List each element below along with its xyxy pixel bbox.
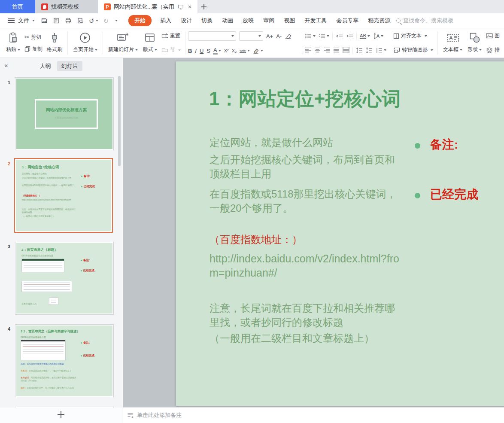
textbox-button[interactable]: 文本框 <box>440 30 465 56</box>
print-icon[interactable] <box>65 17 72 24</box>
underline-button[interactable]: U <box>200 48 203 54</box>
menu-tab-docer-resources[interactable]: 稻壳资源 <box>368 17 390 24</box>
slide-thumbnail-3[interactable]: 2：首页布局之（标题） DEDE模板的标题在后台修改位置 备注: 已经完成 首页… <box>15 242 114 315</box>
decrease-indent-icon[interactable] <box>336 33 343 39</box>
format-painter-label: 格式刷 <box>47 46 62 53</box>
slide-url-text[interactable]: http://index.baidu.com/v2/index.html?fro… <box>209 252 404 280</box>
layers-icon <box>486 47 493 53</box>
present-monitor-icon[interactable] <box>178 4 184 10</box>
tab-document[interactable]: P 网站内部优化...案（实用版） × <box>98 0 197 13</box>
align-center-icon[interactable] <box>314 47 321 53</box>
menu-tab-review[interactable]: 审阅 <box>263 17 274 24</box>
tab-home[interactable]: 首页 <box>0 0 35 13</box>
file-menu-button[interactable]: 文件 <box>18 17 35 24</box>
redo-icon[interactable]: ↻ <box>103 18 109 24</box>
layout-button[interactable]: 版式 <box>140 30 160 56</box>
subscript-button[interactable]: X₂ <box>232 48 237 53</box>
tab-docer-templates[interactable]: 找稻壳模板 <box>35 0 98 13</box>
distribute-icon[interactable] <box>343 47 349 53</box>
menu-tab-design[interactable]: 设计 <box>181 17 192 24</box>
close-tab-icon[interactable]: × <box>188 4 191 10</box>
slide-paragraph[interactable]: 注意，长尾词就在百度下拉和相关推荐哪里找，或者抄同行的修改标题 <box>209 301 398 329</box>
slide-title[interactable]: 1：网站定位+挖核心词 <box>209 86 401 112</box>
increase-font-button[interactable]: A+ <box>266 33 273 40</box>
slide-bullet-note[interactable]: 备注: <box>430 137 458 153</box>
thumb1-subtitle: 大家按自己的网站排查 <box>36 116 97 119</box>
phonetic-guide-button[interactable]: wén <box>240 49 250 53</box>
italic-button[interactable]: I <box>195 48 197 54</box>
slide-thumbnail-4[interactable]: 2.1：首页布局之（品牌与关键字与描述） DEDE的首页标题修改位置 备注: 已… <box>15 324 114 397</box>
text-direction-button[interactable]: A <box>373 33 383 39</box>
decrease-font-button[interactable]: A- <box>276 33 282 40</box>
reset-button[interactable]: 重置 <box>160 31 182 40</box>
slide-red-note[interactable]: （百度指数地址：） <box>209 232 398 246</box>
menu-tab-animation[interactable]: 动画 <box>222 17 233 24</box>
add-slide-button[interactable] <box>58 411 64 418</box>
copy-button[interactable]: 复制 <box>23 45 44 54</box>
font-size-select[interactable] <box>239 31 263 41</box>
slide-paragraph[interactable]: （一般用在二级栏目和文章标题上） <box>209 331 398 345</box>
panel-scrollbar[interactable] <box>118 76 121 166</box>
font-family-select[interactable] <box>188 31 236 41</box>
current-slide[interactable]: 1：网站定位+挖核心词 定位网站，就是做什么网站 之后开始挖掘核心关键词，布局到… <box>176 61 504 406</box>
align-right-icon[interactable] <box>324 47 330 53</box>
outline-tab[interactable]: 大纲 <box>40 62 51 70</box>
strikethrough-button[interactable]: S <box>206 48 210 54</box>
menu-tab-view[interactable]: 视图 <box>284 17 295 24</box>
slide-bullet-done[interactable]: 已经完成 <box>430 186 478 203</box>
bold-button[interactable]: B <box>188 48 192 54</box>
menu-tab-slideshow[interactable]: 放映 <box>243 17 254 24</box>
play-from-current-button[interactable]: 当页开始 <box>70 30 100 56</box>
editing-canvas[interactable]: 1：网站定位+挖核心词 定位网站，就是做什么网站 之后开始挖掘核心关键词，布局到… <box>123 58 504 407</box>
command-search[interactable]: 查找命令、搜索模板 <box>396 17 453 24</box>
clipboard-icon <box>8 32 18 43</box>
collapse-panel-icon[interactable]: « <box>4 61 8 69</box>
slide-paragraph[interactable]: 在百度指数或5118那里挖出核心关键词，一般20个够用了。 <box>209 187 398 215</box>
character-direction-button[interactable]: AB <box>360 33 370 39</box>
picture-button[interactable]: 图 <box>484 31 501 40</box>
hamburger-icon[interactable] <box>8 18 15 23</box>
print-preview-icon[interactable] <box>77 17 84 24</box>
arrange-button[interactable]: 排 <box>484 46 501 55</box>
section-button[interactable]: 节 <box>160 46 182 55</box>
save-icon[interactable] <box>41 17 48 24</box>
font-color-button[interactable]: A <box>213 47 221 55</box>
numbered-list-button[interactable] <box>319 33 329 39</box>
convert-smart-graphic-button[interactable]: 转智能图形 <box>392 46 435 55</box>
highlight-button[interactable] <box>253 48 263 54</box>
align-text-button[interactable]: 对齐文本 <box>392 31 429 40</box>
slide-number: 4 <box>8 326 10 332</box>
export-icon[interactable] <box>53 17 60 24</box>
slide-thumbnail-1[interactable]: 网站内部优化标准方案 大家按自己的网站排查 <box>15 77 114 150</box>
clear-format-icon[interactable] <box>285 33 291 39</box>
notes-bar[interactable]: 单击此处添加备注 <box>123 407 504 423</box>
new-tab-button[interactable] <box>197 0 210 13</box>
line-spacing-icon[interactable] <box>356 47 363 53</box>
slide-paragraph[interactable]: 定位网站，就是做什么网站 <box>209 135 398 149</box>
cut-button[interactable]: ✂ 剪切 <box>23 33 44 42</box>
slide-thumbnail-2-selected[interactable]: 1：网站定位+挖核心词 定位网站，就是做什么网站 之后开始挖掘核心关键词，布局到… <box>14 158 113 233</box>
justify-icon[interactable] <box>333 47 340 53</box>
line-spacing-options-button[interactable] <box>376 47 386 53</box>
format-painter-button[interactable]: 格式刷 <box>44 30 65 56</box>
menu-tab-devtools[interactable]: 开发工具 <box>304 17 327 24</box>
shapes-button[interactable]: 形状 <box>465 30 484 56</box>
menu-tab-transition[interactable]: 切换 <box>201 17 213 24</box>
align-left-icon[interactable] <box>305 47 311 53</box>
undo-button[interactable]: ↺ <box>89 18 98 24</box>
increase-indent-icon[interactable] <box>346 33 353 39</box>
shapes-icon <box>469 32 480 43</box>
new-slide-button[interactable]: 新建幻灯片 <box>106 30 140 56</box>
slides-tab[interactable]: 幻灯片 <box>57 61 82 71</box>
bullet-list-button[interactable] <box>305 33 316 39</box>
paste-button[interactable]: 粘贴 <box>3 30 23 56</box>
paragraph-spacing-icon[interactable] <box>366 47 373 53</box>
arrange-label: 排 <box>495 46 500 54</box>
more-commands-icon[interactable] <box>115 20 118 21</box>
menu-tab-start[interactable]: 开始 <box>128 15 152 26</box>
menu-tab-member[interactable]: 会员专享 <box>336 17 358 24</box>
menu-tab-insert[interactable]: 插入 <box>160 17 171 24</box>
slide-paragraph[interactable]: 之后开始挖掘核心关键词，布局到首页和顶级栏目上用 <box>209 152 398 181</box>
new-slide-icon <box>117 32 129 43</box>
superscript-button[interactable]: X² <box>224 48 229 53</box>
